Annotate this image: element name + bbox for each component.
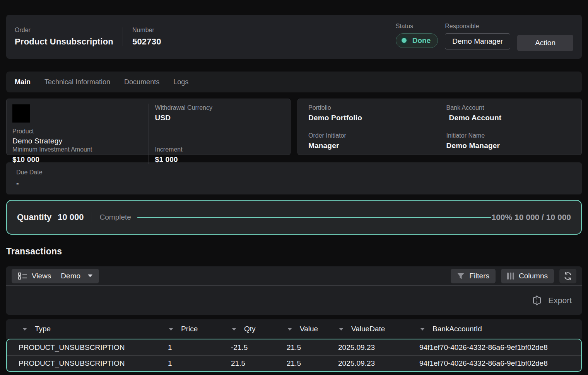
portfolio-info-card: Portfolio Demo Portfolio Bank Account De…: [297, 99, 582, 155]
transactions-export-row: Export: [6, 286, 582, 315]
initiator-name-field: Initiator Name Demo Manager: [440, 127, 576, 150]
cell-price: 1: [162, 359, 225, 368]
views-icon: [18, 272, 27, 280]
min-investment-field: Minimum Investment Amount $10 000: [12, 145, 149, 164]
initiator-name-value: Demo Manager: [446, 141, 576, 150]
filters-button[interactable]: Filters: [451, 269, 496, 283]
table-row[interactable]: PRODUCT_UNSUBSCRIPTION 1 21.5 21.5 2025.…: [7, 355, 581, 371]
quantity-progress-text: 100% 10 000 / 10 000: [491, 213, 571, 222]
withdrawal-currency-label: Withdrawal Currency: [155, 104, 285, 111]
portfolio-label: Portfolio: [308, 104, 440, 111]
column-header-value[interactable]: Value: [280, 325, 331, 333]
due-date-value: -: [16, 179, 572, 188]
cell-qty: 21.5: [225, 359, 280, 368]
refresh-button[interactable]: [559, 269, 576, 283]
header-divider: [123, 27, 123, 46]
sort-arrow-icon[interactable]: [287, 328, 292, 331]
cell-valuedate: 2025.09.23: [332, 343, 413, 352]
sort-arrow-icon[interactable]: [420, 328, 425, 331]
increment-value: $1 000: [155, 155, 285, 164]
column-header-valuedate[interactable]: ValueDate: [331, 325, 412, 333]
cell-value: 21.5: [280, 343, 332, 352]
views-divider: [56, 272, 56, 280]
tab-logs[interactable]: Logs: [173, 78, 188, 86]
min-investment-label: Minimum Investment Amount: [12, 146, 149, 153]
filter-icon: [457, 273, 465, 280]
responsible-label: Responsible: [445, 23, 510, 30]
quantity-divider: [92, 212, 92, 222]
order-label: Order: [15, 27, 113, 34]
sort-arrow-icon[interactable]: [169, 328, 173, 331]
tab-documents[interactable]: Documents: [124, 78, 159, 86]
chevron-down-icon: [87, 274, 93, 278]
withdrawal-currency-value: USD: [155, 114, 285, 122]
portfolio-value: Demo Portfolio: [308, 114, 440, 122]
tab-main[interactable]: Main: [15, 78, 31, 86]
cell-type: PRODUCT_UNSUBSCRIPTION: [7, 343, 162, 352]
columns-icon: [507, 273, 514, 280]
bank-account-field: Bank Account Demo Account: [440, 104, 576, 127]
views-label: Views: [32, 272, 51, 280]
portfolio-field: Portfolio Demo Portfolio: [303, 104, 440, 127]
columns-button[interactable]: Columns: [501, 269, 554, 283]
increment-field: Increment $1 000: [149, 145, 285, 164]
responsible-group: Responsible Demo Manager: [445, 23, 510, 49]
quantity-progress-bar: [137, 217, 492, 218]
views-selected-value: Demo: [61, 272, 80, 280]
withdrawal-currency-field: Withdrawal Currency USD: [149, 104, 285, 145]
cell-value: 21.5: [280, 359, 332, 368]
number-label: Number: [132, 27, 161, 34]
order-field: Order Product Unsubscription: [15, 27, 113, 47]
cell-bankaccountid: 94f1ef70-4026-4332-86a6-9ef1bf02de8: [413, 359, 581, 368]
export-button[interactable]: Export: [532, 295, 572, 306]
product-thumbnail: [12, 104, 30, 123]
filters-label: Filters: [469, 272, 489, 280]
due-date-label: Due Date: [16, 169, 572, 176]
order-header-card: Order Product Unsubscription Number 5027…: [6, 15, 582, 59]
sort-arrow-icon[interactable]: [339, 328, 344, 331]
order-initiator-label: Order Initiator: [308, 132, 440, 139]
tab-technical-information[interactable]: Technical Information: [44, 78, 110, 86]
product-field: Product Demo Strategy: [12, 104, 149, 145]
product-info-card: Product Demo Strategy Withdrawal Currenc…: [6, 99, 291, 155]
order-value: Product Unsubscription: [15, 37, 113, 47]
tab-bar: Main Technical Information Documents Log…: [6, 72, 582, 92]
views-button[interactable]: Views Demo: [12, 269, 99, 283]
status-group: Status Done: [396, 23, 438, 48]
cell-bankaccountid: 94f1ef70-4026-4332-86a6-9ef1bf02de8: [413, 343, 581, 352]
sort-arrow-icon[interactable]: [22, 328, 27, 331]
column-header-qty[interactable]: Qty: [224, 325, 280, 333]
initiator-name-label: Initiator Name: [446, 132, 576, 139]
responsible-button[interactable]: Demo Manager: [445, 33, 510, 49]
transactions-table-header: Type Price Qty Value ValueDate BankAccou…: [6, 319, 582, 339]
cell-type: PRODUCT_UNSUBSCRIPTION: [7, 359, 162, 368]
status-badge: Done: [396, 33, 438, 48]
bank-account-value: Demo Account: [446, 114, 576, 122]
increment-label: Increment: [155, 146, 285, 153]
quantity-label: Quantity: [17, 212, 51, 222]
bank-account-label: Bank Account: [446, 104, 576, 111]
order-initiator-field: Order Initiator Manager: [303, 127, 440, 150]
sort-arrow-icon[interactable]: [232, 328, 236, 331]
transactions-rows-group: PRODUCT_UNSUBSCRIPTION 1 -21.5 21.5 2025…: [6, 339, 582, 372]
product-value: Demo Strategy: [12, 137, 62, 145]
refresh-icon: [563, 271, 573, 281]
cell-valuedate: 2025.09.23: [332, 359, 413, 368]
column-header-type[interactable]: Type: [6, 325, 161, 333]
column-header-price[interactable]: Price: [161, 325, 224, 333]
transactions-toolbar: Views Demo Filters Columns: [6, 266, 582, 286]
quantity-card: Quantity 10 000 Complete 100% 10 000 / 1…: [6, 200, 582, 235]
column-header-bankaccountid[interactable]: BankAccountId: [412, 325, 582, 333]
number-value: 502730: [132, 37, 161, 47]
min-investment-value: $10 000: [12, 155, 149, 164]
status-dot-icon: [400, 36, 409, 45]
action-button[interactable]: Action: [517, 35, 573, 51]
quantity-value: 10 000: [58, 212, 84, 222]
quantity-status: Complete: [100, 213, 131, 222]
table-row[interactable]: PRODUCT_UNSUBSCRIPTION 1 -21.5 21.5 2025…: [7, 339, 581, 355]
number-field: Number 502730: [132, 27, 161, 47]
export-label: Export: [548, 296, 572, 305]
status-label: Status: [396, 23, 438, 30]
cell-qty: -21.5: [225, 343, 280, 352]
export-icon: [532, 295, 542, 306]
